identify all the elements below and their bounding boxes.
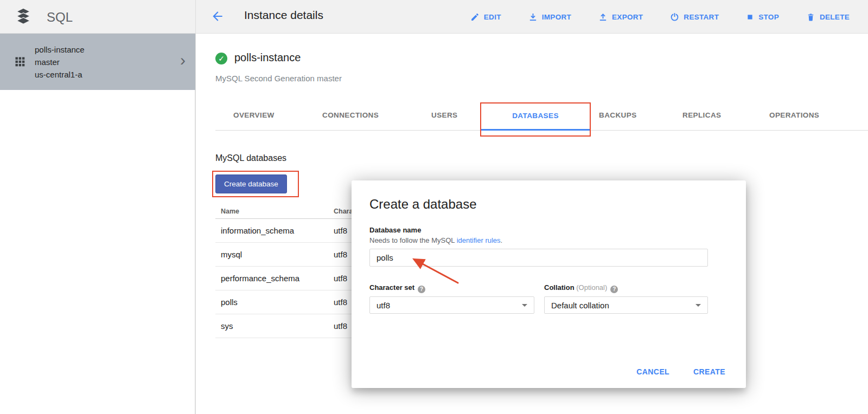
collation-dropdown[interactable]: Default collation <box>544 296 708 314</box>
collation-value: Default collation <box>551 301 609 310</box>
instance-name: polls-instance <box>234 51 301 64</box>
instance-subtitle: MySQL Second Generation master <box>215 74 342 83</box>
dialog-title: Create a database <box>369 197 476 212</box>
stop-button[interactable]: STOP <box>746 13 779 21</box>
chevron-down-icon <box>695 304 701 307</box>
back-button[interactable] <box>210 9 226 24</box>
grid-icon <box>15 57 25 67</box>
cloud-sql-logo-icon <box>14 7 33 28</box>
restart-button[interactable]: RESTART <box>670 12 719 22</box>
db-name-cell: polls <box>215 297 329 307</box>
db-name-cell: sys <box>215 321 329 331</box>
action-label: EXPORT <box>612 13 643 21</box>
tab-backups[interactable]: BACKUPS <box>599 111 637 119</box>
action-label: IMPORT <box>542 13 571 21</box>
action-label: DELETE <box>820 13 850 21</box>
header-action-bar: EDIT IMPORT EXPORT RESTART <box>470 0 850 34</box>
tab-operations[interactable]: OPERATIONS <box>769 111 819 119</box>
db-charset-cell: utf8 <box>329 250 347 259</box>
database-name-input[interactable] <box>369 249 708 267</box>
chevron-down-icon <box>522 304 527 307</box>
db-charset-cell: utf8 <box>329 226 347 235</box>
vertical-divider <box>195 0 196 414</box>
import-icon <box>528 12 538 22</box>
trash-icon <box>806 12 815 22</box>
status-check-icon: ✓ <box>215 53 227 64</box>
tab-replicas[interactable]: REPLICAS <box>682 111 721 119</box>
power-icon <box>670 12 679 22</box>
db-charset-cell: utf8 <box>329 321 347 331</box>
export-button[interactable]: EXPORT <box>598 12 643 22</box>
sidebar-instance-zone: us-central1-a <box>35 68 180 81</box>
db-name-cell: information_schema <box>215 226 329 235</box>
export-icon <box>598 12 608 22</box>
db-name-cell: performance_schema <box>215 274 329 283</box>
action-label: RESTART <box>684 13 719 21</box>
help-icon[interactable]: ? <box>610 286 618 293</box>
app-name: SQL <box>47 10 73 25</box>
sidebar-instance-role: master <box>35 56 180 68</box>
db-charset-cell: utf8 <box>329 274 347 283</box>
edit-button[interactable]: EDIT <box>470 12 501 22</box>
action-label: EDIT <box>484 13 501 21</box>
character-set-value: utf8 <box>376 301 390 310</box>
create-database-button[interactable]: Create database <box>215 174 287 193</box>
chevron-right-icon: › <box>180 52 186 72</box>
column-header-name: Name <box>215 208 329 215</box>
sidebar-instance-name: polls-instance <box>35 43 180 56</box>
column-header-charset: Chara <box>329 208 353 215</box>
cancel-button[interactable]: CANCEL <box>636 367 669 376</box>
app-logo: SQL <box>14 7 73 28</box>
help-text-prefix: Needs to follow the MySQL <box>369 236 457 244</box>
tab-connections[interactable]: CONNECTIONS <box>322 111 379 119</box>
create-button[interactable]: CREATE <box>693 367 725 376</box>
character-set-label: Character set? <box>369 283 425 293</box>
import-button[interactable]: IMPORT <box>528 12 571 22</box>
collation-label: Collation (Optional)? <box>544 283 618 293</box>
sidebar-instance-item[interactable]: polls-instance master us-central1-a › <box>0 34 195 90</box>
identifier-rules-link[interactable]: identifier rules <box>457 236 501 244</box>
create-database-dialog: Create a database Database name Needs to… <box>352 180 746 388</box>
help-icon[interactable]: ? <box>418 286 425 293</box>
page-title: Instance details <box>244 9 323 22</box>
help-text-suffix: . <box>501 236 503 244</box>
database-name-label: Database name <box>369 226 421 234</box>
action-label: STOP <box>758 13 779 21</box>
tab-overview[interactable]: OVERVIEW <box>233 111 275 119</box>
optional-hint: (Optional) <box>576 283 607 292</box>
sidebar: polls-instance master us-central1-a › <box>0 34 195 414</box>
database-name-help: Needs to follow the MySQL identifier rul… <box>369 236 502 244</box>
dialog-buttons: CANCEL CREATE <box>636 367 725 376</box>
delete-button[interactable]: DELETE <box>806 12 850 22</box>
pencil-icon <box>470 12 480 22</box>
stop-square-icon <box>746 13 754 21</box>
tab-databases[interactable]: DATABASES <box>481 102 590 131</box>
sidebar-instance-info: polls-instance master us-central1-a <box>35 43 180 81</box>
section-heading: MySQL databases <box>215 153 286 163</box>
db-name-cell: mysql <box>215 250 329 259</box>
character-set-dropdown[interactable]: utf8 <box>369 296 534 314</box>
arrow-left-icon <box>210 9 225 23</box>
tab-users[interactable]: USERS <box>431 111 458 119</box>
db-charset-cell: utf8 <box>329 297 347 307</box>
